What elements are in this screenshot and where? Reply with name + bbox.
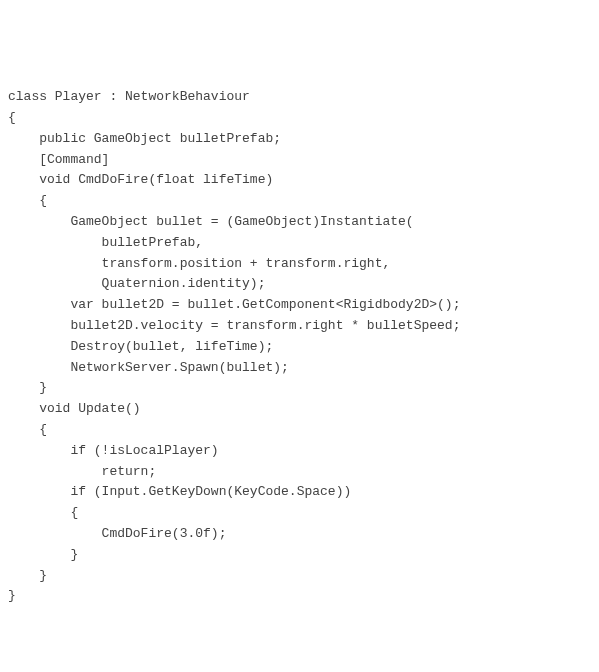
code-line: void Update() bbox=[8, 399, 591, 420]
code-line: bullet2D.velocity = transform.right * bu… bbox=[8, 316, 591, 337]
code-line: if (!isLocalPlayer) bbox=[8, 441, 591, 462]
code-line: [Command] bbox=[8, 150, 591, 171]
code-line: { bbox=[8, 191, 591, 212]
code-line: Quaternion.identity); bbox=[8, 274, 591, 295]
code-line: Destroy(bullet, lifeTime); bbox=[8, 337, 591, 358]
code-line: } bbox=[8, 378, 591, 399]
code-line: if (Input.GetKeyDown(KeyCode.Space)) bbox=[8, 482, 591, 503]
code-line: GameObject bullet = (GameObject)Instanti… bbox=[8, 212, 591, 233]
code-line: } bbox=[8, 545, 591, 566]
code-line: { bbox=[8, 503, 591, 524]
code-line: CmdDoFire(3.0f); bbox=[8, 524, 591, 545]
code-block: class Player : NetworkBehaviour{ public … bbox=[0, 83, 599, 611]
code-line: } bbox=[8, 566, 591, 587]
code-line: bulletPrefab, bbox=[8, 233, 591, 254]
code-line: } bbox=[8, 586, 591, 607]
code-line: transform.position + transform.right, bbox=[8, 254, 591, 275]
code-line: class Player : NetworkBehaviour bbox=[8, 87, 591, 108]
code-line: void CmdDoFire(float lifeTime) bbox=[8, 170, 591, 191]
code-line: { bbox=[8, 108, 591, 129]
code-line: { bbox=[8, 420, 591, 441]
code-line: public GameObject bulletPrefab; bbox=[8, 129, 591, 150]
code-line: NetworkServer.Spawn(bullet); bbox=[8, 358, 591, 379]
code-line: return; bbox=[8, 462, 591, 483]
code-line: var bullet2D = bullet.GetComponent<Rigid… bbox=[8, 295, 591, 316]
